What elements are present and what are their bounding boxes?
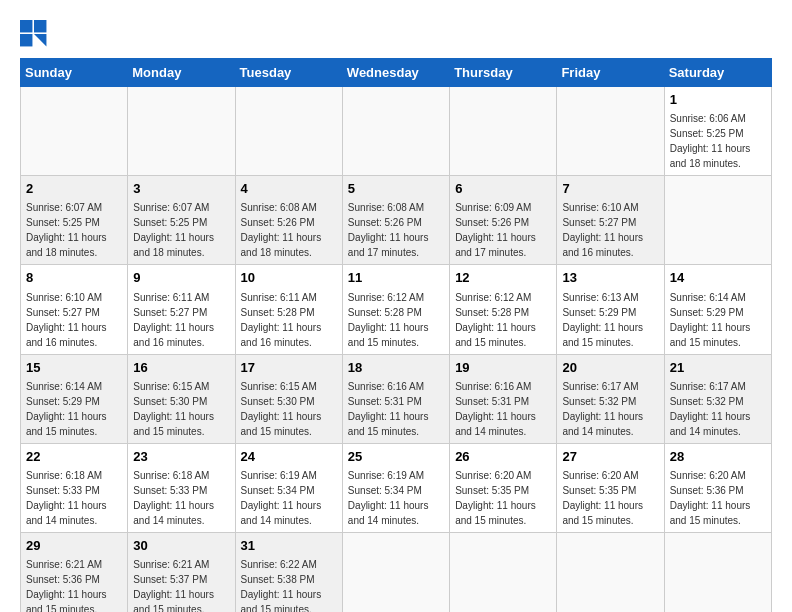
day-number: 2 (26, 180, 122, 198)
calendar-cell: 30Sunrise: 6:21 AMSunset: 5:37 PMDayligh… (128, 532, 235, 612)
calendar-week: 15Sunrise: 6:14 AMSunset: 5:29 PMDayligh… (21, 354, 772, 443)
calendar-week: 8Sunrise: 6:10 AMSunset: 5:27 PMDaylight… (21, 265, 772, 354)
header-day: Friday (557, 59, 664, 87)
day-info: Sunrise: 6:18 AMSunset: 5:33 PMDaylight:… (26, 468, 122, 528)
day-number: 15 (26, 359, 122, 377)
day-number: 9 (133, 269, 229, 287)
calendar-cell: 10Sunrise: 6:11 AMSunset: 5:28 PMDayligh… (235, 265, 342, 354)
day-number: 17 (241, 359, 337, 377)
svg-marker-3 (34, 34, 46, 46)
day-info: Sunrise: 6:20 AMSunset: 5:36 PMDaylight:… (670, 468, 766, 528)
calendar-cell: 16Sunrise: 6:15 AMSunset: 5:30 PMDayligh… (128, 354, 235, 443)
logo (20, 20, 52, 48)
logo-icon (20, 20, 48, 48)
day-number: 7 (562, 180, 658, 198)
calendar-cell: 2Sunrise: 6:07 AMSunset: 5:25 PMDaylight… (21, 176, 128, 265)
day-info: Sunrise: 6:19 AMSunset: 5:34 PMDaylight:… (348, 468, 444, 528)
day-info: Sunrise: 6:10 AMSunset: 5:27 PMDaylight:… (562, 200, 658, 260)
calendar-cell: 17Sunrise: 6:15 AMSunset: 5:30 PMDayligh… (235, 354, 342, 443)
day-info: Sunrise: 6:18 AMSunset: 5:33 PMDaylight:… (133, 468, 229, 528)
calendar-cell: 29Sunrise: 6:21 AMSunset: 5:36 PMDayligh… (21, 532, 128, 612)
day-info: Sunrise: 6:14 AMSunset: 5:29 PMDaylight:… (670, 290, 766, 350)
calendar-cell: 4Sunrise: 6:08 AMSunset: 5:26 PMDaylight… (235, 176, 342, 265)
day-number: 29 (26, 537, 122, 555)
header-day: Sunday (21, 59, 128, 87)
calendar-header: SundayMondayTuesdayWednesdayThursdayFrid… (21, 59, 772, 87)
calendar-cell: 3Sunrise: 6:07 AMSunset: 5:25 PMDaylight… (128, 176, 235, 265)
day-info: Sunrise: 6:13 AMSunset: 5:29 PMDaylight:… (562, 290, 658, 350)
svg-rect-2 (20, 34, 32, 46)
calendar-cell: 26Sunrise: 6:20 AMSunset: 5:35 PMDayligh… (450, 443, 557, 532)
day-info: Sunrise: 6:15 AMSunset: 5:30 PMDaylight:… (241, 379, 337, 439)
day-number: 30 (133, 537, 229, 555)
day-number: 6 (455, 180, 551, 198)
day-number: 10 (241, 269, 337, 287)
day-number: 31 (241, 537, 337, 555)
day-info: Sunrise: 6:15 AMSunset: 5:30 PMDaylight:… (133, 379, 229, 439)
calendar-cell: 11Sunrise: 6:12 AMSunset: 5:28 PMDayligh… (342, 265, 449, 354)
calendar-cell (450, 87, 557, 176)
page-header (20, 20, 772, 48)
day-info: Sunrise: 6:19 AMSunset: 5:34 PMDaylight:… (241, 468, 337, 528)
day-number: 20 (562, 359, 658, 377)
calendar-cell: 27Sunrise: 6:20 AMSunset: 5:35 PMDayligh… (557, 443, 664, 532)
day-info: Sunrise: 6:14 AMSunset: 5:29 PMDaylight:… (26, 379, 122, 439)
day-number: 12 (455, 269, 551, 287)
day-info: Sunrise: 6:16 AMSunset: 5:31 PMDaylight:… (348, 379, 444, 439)
calendar-cell: 23Sunrise: 6:18 AMSunset: 5:33 PMDayligh… (128, 443, 235, 532)
day-info: Sunrise: 6:21 AMSunset: 5:36 PMDaylight:… (26, 557, 122, 612)
day-info: Sunrise: 6:10 AMSunset: 5:27 PMDaylight:… (26, 290, 122, 350)
day-number: 22 (26, 448, 122, 466)
day-number: 11 (348, 269, 444, 287)
header-day: Wednesday (342, 59, 449, 87)
day-info: Sunrise: 6:07 AMSunset: 5:25 PMDaylight:… (26, 200, 122, 260)
calendar-week: 1Sunrise: 6:06 AMSunset: 5:25 PMDaylight… (21, 87, 772, 176)
day-info: Sunrise: 6:21 AMSunset: 5:37 PMDaylight:… (133, 557, 229, 612)
day-info: Sunrise: 6:06 AMSunset: 5:25 PMDaylight:… (670, 111, 766, 171)
header-day: Tuesday (235, 59, 342, 87)
day-info: Sunrise: 6:11 AMSunset: 5:28 PMDaylight:… (241, 290, 337, 350)
day-number: 1 (670, 91, 766, 109)
calendar-cell: 13Sunrise: 6:13 AMSunset: 5:29 PMDayligh… (557, 265, 664, 354)
svg-rect-0 (20, 20, 32, 32)
day-info: Sunrise: 6:09 AMSunset: 5:26 PMDaylight:… (455, 200, 551, 260)
calendar-cell (664, 532, 771, 612)
calendar-cell: 28Sunrise: 6:20 AMSunset: 5:36 PMDayligh… (664, 443, 771, 532)
calendar-cell: 6Sunrise: 6:09 AMSunset: 5:26 PMDaylight… (450, 176, 557, 265)
day-info: Sunrise: 6:16 AMSunset: 5:31 PMDaylight:… (455, 379, 551, 439)
day-info: Sunrise: 6:17 AMSunset: 5:32 PMDaylight:… (562, 379, 658, 439)
day-info: Sunrise: 6:20 AMSunset: 5:35 PMDaylight:… (455, 468, 551, 528)
day-number: 3 (133, 180, 229, 198)
header-day: Thursday (450, 59, 557, 87)
day-info: Sunrise: 6:12 AMSunset: 5:28 PMDaylight:… (348, 290, 444, 350)
calendar-week: 29Sunrise: 6:21 AMSunset: 5:36 PMDayligh… (21, 532, 772, 612)
day-number: 4 (241, 180, 337, 198)
calendar-cell: 9Sunrise: 6:11 AMSunset: 5:27 PMDaylight… (128, 265, 235, 354)
day-number: 27 (562, 448, 658, 466)
calendar-cell: 12Sunrise: 6:12 AMSunset: 5:28 PMDayligh… (450, 265, 557, 354)
calendar-body: 1Sunrise: 6:06 AMSunset: 5:25 PMDaylight… (21, 87, 772, 613)
calendar-cell: 5Sunrise: 6:08 AMSunset: 5:26 PMDaylight… (342, 176, 449, 265)
day-number: 5 (348, 180, 444, 198)
day-number: 16 (133, 359, 229, 377)
calendar-cell: 25Sunrise: 6:19 AMSunset: 5:34 PMDayligh… (342, 443, 449, 532)
calendar-cell (450, 532, 557, 612)
day-info: Sunrise: 6:20 AMSunset: 5:35 PMDaylight:… (562, 468, 658, 528)
calendar-cell (342, 87, 449, 176)
calendar-cell: 24Sunrise: 6:19 AMSunset: 5:34 PMDayligh… (235, 443, 342, 532)
calendar-week: 2Sunrise: 6:07 AMSunset: 5:25 PMDaylight… (21, 176, 772, 265)
day-number: 19 (455, 359, 551, 377)
calendar-cell: 21Sunrise: 6:17 AMSunset: 5:32 PMDayligh… (664, 354, 771, 443)
calendar-cell (557, 532, 664, 612)
day-number: 21 (670, 359, 766, 377)
calendar-cell (235, 87, 342, 176)
header-row: SundayMondayTuesdayWednesdayThursdayFrid… (21, 59, 772, 87)
calendar-cell: 20Sunrise: 6:17 AMSunset: 5:32 PMDayligh… (557, 354, 664, 443)
day-number: 26 (455, 448, 551, 466)
day-number: 18 (348, 359, 444, 377)
day-info: Sunrise: 6:17 AMSunset: 5:32 PMDaylight:… (670, 379, 766, 439)
svg-rect-1 (34, 20, 46, 32)
calendar-cell: 15Sunrise: 6:14 AMSunset: 5:29 PMDayligh… (21, 354, 128, 443)
day-info: Sunrise: 6:11 AMSunset: 5:27 PMDaylight:… (133, 290, 229, 350)
calendar-table: SundayMondayTuesdayWednesdayThursdayFrid… (20, 58, 772, 612)
